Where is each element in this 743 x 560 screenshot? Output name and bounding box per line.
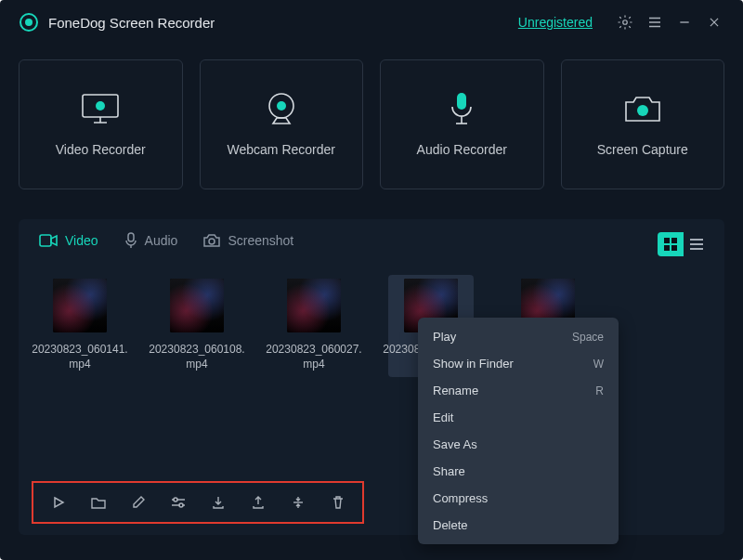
svg-point-18: [637, 105, 648, 116]
unregistered-link[interactable]: Unregistered: [518, 15, 593, 30]
svg-point-12: [96, 101, 105, 111]
minimize-icon[interactable]: [674, 12, 695, 33]
menu-item-rename[interactable]: Rename R: [418, 377, 619, 404]
share-upload-button[interactable]: [246, 490, 269, 514]
menu-item-edit[interactable]: Edit: [418, 404, 619, 431]
compress-button[interactable]: [286, 490, 309, 514]
settings-gear-icon[interactable]: [615, 12, 635, 33]
camera-icon: [621, 92, 664, 125]
mode-card-audio-recorder[interactable]: Audio Recorder: [380, 59, 544, 189]
app-logo-icon: [19, 12, 39, 33]
context-menu: Play Space Show in Finder W Rename R Edi…: [418, 318, 619, 544]
play-button[interactable]: [46, 490, 70, 514]
svg-rect-23: [664, 238, 670, 243]
thumbnail-image: [287, 279, 341, 332]
mode-cards-row: Video Recorder Webcam Recorder Audio Rec…: [0, 45, 743, 189]
menu-item-label: Play: [433, 330, 456, 344]
tab-label: Video: [65, 233, 98, 248]
microphone-icon: [440, 92, 483, 125]
titlebar: FoneDog Screen Recorder Unregistered: [0, 0, 743, 45]
mode-card-video-recorder[interactable]: Video Recorder: [19, 59, 183, 189]
library-tabs: Video Audio Screenshot: [33, 232, 710, 258]
video-icon: [39, 234, 58, 247]
svg-point-32: [174, 498, 177, 501]
menu-item-label: Rename: [433, 384, 478, 397]
svg-rect-15: [457, 93, 466, 110]
svg-point-22: [209, 239, 215, 244]
menu-item-shortcut: W: [593, 358, 604, 371]
mode-label: Video Recorder: [56, 142, 146, 157]
delete-button[interactable]: [326, 490, 349, 514]
monitor-record-icon: [79, 92, 122, 125]
menu-icon[interactable]: [645, 12, 665, 33]
tab-label: Audio: [145, 233, 178, 248]
edit-button[interactable]: [126, 490, 150, 514]
tab-video[interactable]: Video: [39, 233, 98, 248]
view-list-button[interactable]: [684, 232, 710, 256]
menu-item-label: Compress: [433, 491, 488, 505]
app-window: FoneDog Screen Recorder Unregistered Vid…: [0, 0, 743, 560]
library-action-toolbar: [32, 481, 364, 524]
filename-label: 20230823_060108.mp4: [146, 342, 248, 371]
open-folder-button[interactable]: [86, 490, 110, 514]
svg-rect-20: [128, 233, 134, 241]
menu-item-share[interactable]: Share: [418, 458, 619, 485]
svg-point-14: [277, 101, 286, 111]
app-title: FoneDog Screen Recorder: [48, 15, 215, 31]
filename-label: 20230823_060141.mp4: [29, 342, 131, 371]
svg-point-2: [623, 20, 628, 25]
view-toggle: [658, 232, 710, 256]
svg-rect-19: [40, 235, 51, 246]
mode-label: Screen Capture: [597, 142, 688, 157]
menu-item-shortcut: Space: [572, 331, 604, 344]
adjust-settings-button[interactable]: [166, 490, 189, 514]
camera-small-icon: [203, 234, 220, 247]
svg-rect-25: [664, 245, 670, 251]
menu-item-label: Edit: [433, 410, 453, 424]
svg-rect-24: [671, 238, 677, 243]
tab-screenshot[interactable]: Screenshot: [203, 233, 293, 248]
tab-audio[interactable]: Audio: [124, 232, 178, 249]
library-panel: Video Audio Screenshot: [19, 219, 724, 535]
svg-point-34: [179, 503, 183, 507]
menu-item-shortcut: R: [595, 384, 604, 397]
library-item[interactable]: 20230823_060027.mp4: [271, 275, 357, 377]
menu-item-label: Save As: [433, 437, 477, 451]
close-icon[interactable]: [704, 12, 724, 33]
view-grid-button[interactable]: [658, 232, 684, 256]
library-item[interactable]: 20230823_060108.mp4: [154, 275, 240, 377]
tab-label: Screenshot: [228, 233, 293, 248]
save-download-button[interactable]: [206, 490, 229, 514]
mode-label: Audio Recorder: [417, 142, 507, 157]
svg-marker-30: [55, 498, 63, 507]
menu-item-save-as[interactable]: Save As: [418, 431, 619, 458]
menu-item-label: Share: [433, 464, 465, 478]
thumbnail-image: [53, 279, 107, 332]
mode-card-webcam-recorder[interactable]: Webcam Recorder: [200, 59, 364, 189]
mode-card-screen-capture[interactable]: Screen Capture: [561, 59, 725, 189]
menu-item-delete[interactable]: Delete: [418, 512, 619, 539]
menu-item-show-in-finder[interactable]: Show in Finder W: [418, 350, 619, 377]
mode-label: Webcam Recorder: [228, 142, 335, 157]
svg-rect-26: [671, 245, 677, 251]
menu-item-label: Delete: [433, 518, 468, 532]
menu-item-label: Show in Finder: [433, 357, 514, 371]
microphone-small-icon: [124, 232, 137, 249]
svg-point-1: [25, 19, 33, 26]
library-item[interactable]: 20230823_060141.mp4: [37, 275, 123, 377]
menu-item-compress[interactable]: Compress: [418, 485, 619, 512]
thumbnail-image: [170, 279, 224, 332]
webcam-icon: [260, 92, 303, 125]
filename-label: 20230823_060027.mp4: [263, 342, 365, 371]
menu-item-play[interactable]: Play Space: [418, 323, 619, 350]
